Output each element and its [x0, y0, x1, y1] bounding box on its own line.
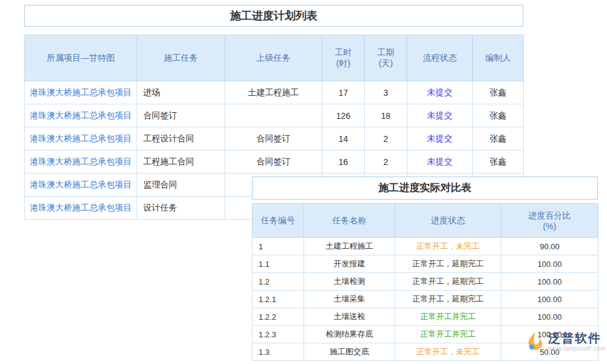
cell-percent: 100.00 — [501, 273, 599, 291]
col-header-hours: 工时 (时) — [322, 35, 365, 81]
cell-task-no: 1.1 — [253, 255, 304, 273]
watermark-url: www.fanpusoft.com — [548, 345, 606, 352]
status-badge[interactable]: 未提交 — [407, 150, 473, 174]
status-badge: 正常开工，延期完工 — [395, 291, 501, 308]
cell-task-name: 检测结果存底 — [304, 326, 395, 343]
cell-percent: 100.00 — [501, 308, 599, 326]
cell-parent-task: 土建工程施工 — [225, 81, 322, 104]
cell-task-name: 土建工程施工 — [304, 238, 395, 255]
col-header-project: 所属项目—甘特图 — [25, 35, 137, 81]
cell-days: 2 — [365, 150, 407, 174]
project-link[interactable]: 港珠澳大桥施工总承包项目 — [25, 81, 137, 104]
cell-hours: 17 — [322, 81, 365, 104]
cell-percent: 100.00 — [501, 255, 599, 273]
cell-task-name: 土壤送检 — [304, 308, 395, 326]
cell-task-no: 1.2.1 — [253, 291, 304, 308]
col-header-task: 施工任务 — [137, 35, 225, 81]
cell-parent-task: 合同签订 — [225, 127, 322, 150]
cell-task: 合同签订 — [137, 104, 225, 127]
fanpu-logo-icon — [524, 331, 545, 352]
project-link[interactable]: 港珠澳大桥施工总承包项目 — [25, 150, 137, 174]
col-header-task-name: 任务名称 — [304, 204, 395, 238]
status-badge: 正常开工，未完工 — [395, 343, 501, 361]
cell-task-no: 1.2 — [253, 273, 304, 291]
cell-task-no: 1.3 — [253, 343, 304, 361]
table-row[interactable]: 1.2.1 土壤采集 正常开工，延期完工 100.00 — [253, 291, 599, 308]
cell-percent: 90.00 — [501, 238, 599, 255]
table-row[interactable]: 1.2 土壤检测 正常开工，延期完工 100.00 — [253, 273, 599, 291]
status-badge: 正常开工，延期完工 — [395, 255, 501, 273]
compare-table-header-row: 任务编号 任务名称 进度状态 进度百分比 (%) — [253, 204, 599, 238]
cell-author: 张鑫 — [473, 104, 524, 127]
status-badge[interactable]: 未提交 — [407, 81, 473, 104]
cell-task: 监理合同 — [137, 174, 225, 197]
col-header-parent-task: 上级任务 — [225, 35, 322, 81]
col-header-status: 流程状态 — [407, 35, 473, 81]
cell-hours: 16 — [322, 150, 365, 174]
cell-author: 张鑫 — [473, 150, 524, 174]
watermark-brand: 泛普软件 — [548, 331, 606, 345]
cell-days: 2 — [365, 127, 407, 150]
col-header-task-no: 任务编号 — [253, 204, 304, 238]
status-badge: 正常开工并完工 — [395, 326, 501, 343]
cell-percent: 100.00 — [501, 291, 599, 308]
plan-table-title: 施工进度计划列表 — [24, 5, 523, 27]
col-header-author: 编制人 — [473, 35, 524, 81]
cell-task: 工程设计合同 — [137, 127, 225, 150]
table-row[interactable]: 1.1 开发报建 正常开工，延期完工 100.00 — [253, 255, 599, 273]
cell-author: 张鑫 — [473, 81, 524, 104]
col-header-progress-status: 进度状态 — [395, 204, 501, 238]
project-link[interactable]: 港珠澳大桥施工总承包项目 — [25, 197, 137, 220]
cell-task-name: 土壤检测 — [304, 273, 395, 291]
cell-task-no: 1 — [253, 238, 304, 255]
table-row[interactable]: 1.2.2 土壤送检 正常开工并完工 100.00 — [253, 308, 599, 326]
compare-table-title: 施工进度实际对比表 — [252, 177, 598, 200]
cell-author: 张鑫 — [473, 127, 524, 150]
table-row[interactable]: 港珠澳大桥施工总承包项目 合同签订 126 18 未提交 张鑫 — [25, 104, 524, 127]
status-badge[interactable]: 未提交 — [407, 104, 473, 127]
project-link[interactable]: 港珠澳大桥施工总承包项目 — [25, 174, 137, 197]
table-row[interactable]: 1 土建工程施工 正常开工，未完工 90.00 — [253, 238, 599, 255]
col-header-progress-percent: 进度百分比 (%) — [501, 204, 599, 238]
status-badge: 正常开工，未完工 — [395, 238, 501, 255]
cell-task: 设计任务 — [137, 197, 225, 220]
col-header-days: 工期 (天) — [365, 35, 407, 81]
table-row[interactable]: 港珠澳大桥施工总承包项目 进场 土建工程施工 17 3 未提交 张鑫 — [25, 81, 524, 104]
cell-task-name: 施工图交底 — [304, 343, 395, 361]
watermark-text: 泛普软件 www.fanpusoft.com — [548, 331, 606, 352]
cell-parent-task: 合同签订 — [225, 150, 322, 174]
cell-hours: 126 — [322, 104, 365, 127]
cell-days: 18 — [365, 104, 407, 127]
cell-task-name: 土壤采集 — [304, 291, 395, 308]
status-badge: 正常开工并完工 — [395, 308, 501, 326]
cell-hours: 14 — [322, 127, 365, 150]
plan-table-header-row: 所属项目—甘特图 施工任务 上级任务 工时 (时) 工期 (天) 流程状态 编制… — [25, 35, 524, 81]
cell-task-no: 1.2.2 — [253, 308, 304, 326]
cell-task-no: 1.2.3 — [253, 326, 304, 343]
fanpu-watermark: 泛普软件 www.fanpusoft.com — [524, 331, 606, 352]
cell-days: 3 — [365, 81, 407, 104]
table-row[interactable]: 港珠澳大桥施工总承包项目 工程施工合同 合同签订 16 2 未提交 张鑫 — [25, 150, 524, 174]
cell-task: 进场 — [137, 81, 225, 104]
cell-task: 工程施工合同 — [137, 150, 225, 174]
cell-parent-task — [225, 104, 322, 127]
status-badge: 正常开工，延期完工 — [395, 273, 501, 291]
status-badge[interactable]: 未提交 — [407, 127, 473, 150]
table-row[interactable]: 港珠澳大桥施工总承包项目 工程设计合同 合同签订 14 2 未提交 张鑫 — [25, 127, 524, 150]
project-link[interactable]: 港珠澳大桥施工总承包项目 — [25, 104, 137, 127]
cell-task-name: 开发报建 — [304, 255, 395, 273]
project-link[interactable]: 港珠澳大桥施工总承包项目 — [25, 127, 137, 150]
